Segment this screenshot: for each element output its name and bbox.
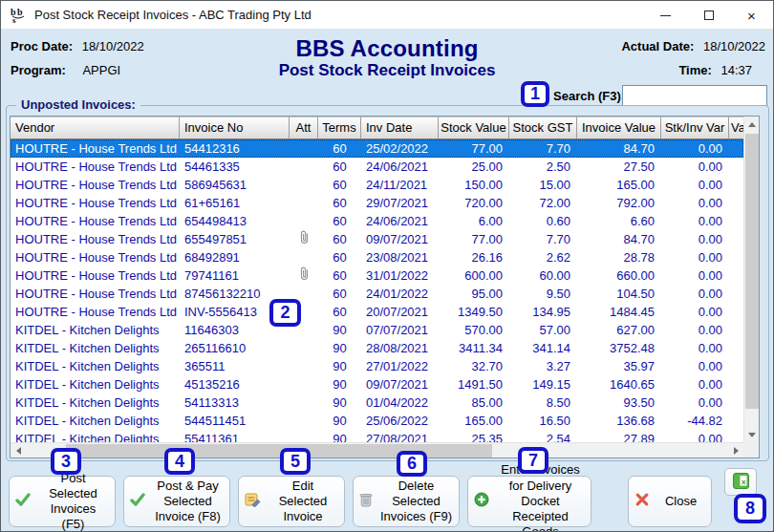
cell-invoice-value: 27.50: [577, 158, 661, 176]
cell-stock-value: 77.00: [439, 139, 509, 158]
scroll-right-button[interactable]: [728, 443, 743, 458]
cell-invoice-no: 54113313: [180, 394, 290, 412]
callout-7: 7: [518, 447, 548, 474]
column-header-invoice-value[interactable]: Invoice Value: [577, 117, 661, 139]
table-row[interactable]: HOUTRE - House Trends Ltd 68492891 60 23…: [11, 248, 743, 266]
column-header-inv-date[interactable]: Inv Date: [361, 117, 439, 139]
callout-4: 4: [164, 448, 195, 475]
table-row[interactable]: KITDEL - Kitchen Delights 45135216 90 09…: [11, 375, 743, 394]
table-row[interactable]: HOUTRE - House Trends Ltd 79741161 60 31…: [11, 266, 743, 285]
cell-stk-inv-var: 0.00: [661, 176, 729, 194]
maximize-button[interactable]: [687, 1, 730, 30]
screen-title: Post Stock Receipt Invoices: [1, 61, 773, 80]
export-to-excel-button[interactable]: x: [724, 468, 757, 496]
cell-vendor: HOUTRE - House Trends Ltd: [11, 248, 180, 266]
scrollbar-corner: [743, 442, 759, 458]
search-input[interactable]: [622, 85, 767, 106]
column-header-invoice-no[interactable]: Invoice No: [180, 117, 290, 139]
table-row[interactable]: KITDEL - Kitchen Delights 365511 90 27/0…: [11, 357, 743, 375]
post-pay-selected-invoice-label: Post & Pay Selected Invoice (F8): [152, 479, 224, 525]
close-button[interactable]: Close: [628, 476, 712, 527]
cell-terms: 90: [318, 321, 361, 339]
scroll-left-button[interactable]: [11, 443, 26, 458]
cell-invoice-no: 544511451: [180, 412, 290, 430]
scroll-up-icon: [748, 122, 756, 127]
actual-date: Actual Date: 18/10/2022: [621, 39, 765, 53]
cell-invoice-value: 165.00: [577, 176, 661, 194]
table-row[interactable]: KITDEL - Kitchen Delights 54113313 90 01…: [11, 394, 743, 412]
delete-selected-invoices-button[interactable]: Delete Selected Invoices (F9): [353, 476, 460, 527]
table-row[interactable]: HOUTRE - House Trends Ltd INV-5556413 60…: [11, 303, 743, 321]
column-header-va-partial[interactable]: Va: [729, 117, 743, 139]
vertical-scroll-thumb[interactable]: [745, 134, 759, 409]
cell-att: [290, 394, 318, 412]
cell-vendor: HOUTRE - House Trends Ltd: [11, 303, 180, 321]
cell-stk-inv-var: 0.00: [661, 357, 729, 375]
minimize-button[interactable]: [644, 1, 687, 30]
cell-stock-value: 3411.34: [439, 339, 509, 357]
callout-8: 8: [734, 494, 766, 523]
maximize-icon: [704, 11, 714, 20]
cell-vendor: HOUTRE - House Trends Ltd: [11, 285, 180, 303]
cell-inv-date: 01/04/2022: [361, 394, 439, 412]
cell-va: [729, 248, 743, 266]
column-header-stk-inv-var[interactable]: Stk/Inv Var: [661, 117, 729, 139]
cell-vendor: KITDEL - Kitchen Delights: [11, 394, 180, 412]
cell-inv-date: 23/08/2021: [361, 248, 439, 266]
table-row[interactable]: HOUTRE - House Trends Ltd 54461335 60 24…: [11, 158, 743, 176]
cell-terms: 90: [318, 412, 361, 430]
table-row[interactable]: HOUTRE - House Trends Ltd 54412316 60 25…: [11, 139, 743, 158]
enter-invoices-delivery-docket-button[interactable]: Enter Invoices for Delivery Docket Recei…: [467, 476, 591, 527]
cell-stock-gst: 72.00: [509, 194, 577, 212]
table-row[interactable]: HOUTRE - House Trends Ltd 586945631 60 2…: [11, 176, 743, 194]
table-row[interactable]: KITDEL - Kitchen Delights 544511451 90 2…: [11, 412, 743, 430]
column-header-terms[interactable]: Terms: [318, 117, 361, 139]
horizontal-scrollbar[interactable]: [11, 442, 743, 458]
column-header-vendor[interactable]: Vendor: [11, 117, 180, 139]
cell-invoice-no: 45135216: [180, 375, 290, 394]
cell-stk-inv-var: 0.00: [661, 139, 729, 158]
cell-terms: 60: [318, 285, 361, 303]
cell-stk-inv-var: 0.00: [661, 158, 729, 176]
cell-invoice-no: 79741161: [180, 266, 290, 285]
cell-terms: 60: [318, 248, 361, 266]
table-row[interactable]: KITDEL - Kitchen Delights 11646303 90 07…: [11, 321, 743, 339]
table-row[interactable]: HOUTRE - House Trends Ltd 61+65161 60 29…: [11, 194, 743, 212]
post-pay-selected-invoice-button[interactable]: Post & Pay Selected Invoice (F8): [123, 476, 230, 527]
cell-stock-gst: 341.14: [509, 339, 577, 357]
minimize-icon: [660, 15, 671, 16]
cell-att: [290, 158, 318, 176]
scroll-up-button[interactable]: [744, 117, 760, 132]
cell-stock-value: 720.00: [439, 194, 509, 212]
cell-stk-inv-var: -44.82: [661, 412, 729, 430]
cell-invoice-value: 104.50: [577, 285, 661, 303]
horizontal-scroll-thumb[interactable]: [66, 444, 492, 458]
column-header-stock-value[interactable]: Stock Value: [439, 117, 509, 139]
table-row[interactable]: HOUTRE - House Trends Ltd 655497851 60 0…: [11, 230, 743, 248]
table-row[interactable]: KITDEL - Kitchen Delights 265116610 90 2…: [11, 339, 743, 357]
vertical-scrollbar[interactable]: [743, 117, 759, 442]
cell-att: [290, 375, 318, 394]
cell-stock-value: 32.70: [439, 357, 509, 375]
plus-circle-icon: [474, 492, 489, 511]
cell-va: [729, 158, 743, 176]
scroll-down-button[interactable]: [744, 427, 760, 442]
table-row[interactable]: HOUTRE - House Trends Ltd 654498413 60 2…: [11, 212, 743, 230]
cell-inv-date: 09/07/2021: [361, 375, 439, 394]
window-close-button[interactable]: ×: [730, 1, 773, 30]
table-row[interactable]: HOUTRE - House Trends Ltd 87456132210 60…: [11, 285, 743, 303]
cell-att: [290, 139, 318, 158]
column-header-att[interactable]: Att: [290, 117, 318, 139]
cell-vendor: KITDEL - Kitchen Delights: [11, 412, 180, 430]
cell-inv-date: 24/01/2022: [361, 285, 439, 303]
cell-va: [729, 230, 743, 248]
column-header-stock-gst[interactable]: Stock GST: [509, 117, 577, 139]
cell-stock-gst: 149.15: [509, 375, 577, 394]
edit-selected-invoice-button[interactable]: Edit Selected Invoice: [238, 476, 345, 527]
table-row[interactable]: KITDEL - Kitchen Delights 55411361 90 27…: [11, 430, 743, 442]
resize-grip[interactable]: [768, 526, 770, 528]
cell-vendor: KITDEL - Kitchen Delights: [11, 375, 180, 394]
cell-inv-date: 28/08/2021: [361, 339, 439, 357]
cell-stk-inv-var: 0.00: [661, 266, 729, 285]
post-selected-invoices-button[interactable]: Post Selected Invoices (F5): [9, 476, 116, 527]
